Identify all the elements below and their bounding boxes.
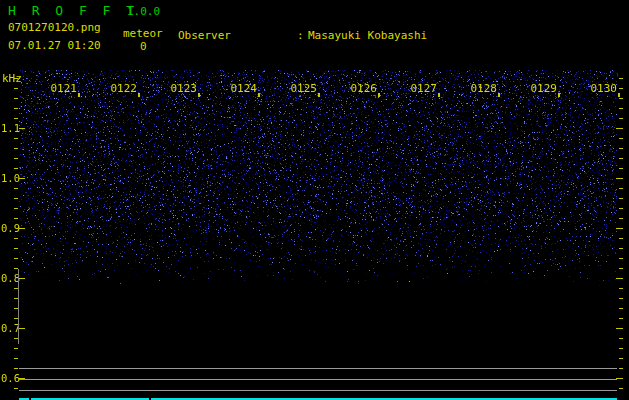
y-major-tick-left xyxy=(19,178,25,179)
x-tick-label: 0123 xyxy=(169,82,197,95)
y-minor-tick-right xyxy=(619,208,623,209)
x-minute-tick xyxy=(318,93,320,97)
y-minor-tick-left xyxy=(14,148,18,149)
y-tick-label: 0.9 xyxy=(1,222,20,234)
y-minor-tick-right xyxy=(619,288,623,289)
y-minor-tick-right xyxy=(619,218,623,219)
x-minute-tick xyxy=(618,93,620,97)
y-minor-tick-left xyxy=(14,88,18,89)
spectrogram-noise-canvas xyxy=(19,70,617,400)
y-tick-label: 1.1 xyxy=(1,122,20,134)
y-minor-tick-right xyxy=(619,358,623,359)
y-major-tick-right xyxy=(616,328,623,329)
x-minute-tick xyxy=(438,93,440,97)
y-major-tick-right xyxy=(616,178,623,179)
y-major-tick-left xyxy=(19,228,25,229)
y-major-tick-right xyxy=(616,228,623,229)
x-minute-tick xyxy=(498,93,500,97)
y-minor-tick-right xyxy=(619,258,623,259)
x-minute-tick xyxy=(78,93,80,97)
x-tick-label: 0126 xyxy=(349,82,377,95)
x-tick-label: 0122 xyxy=(109,82,137,95)
y-major-tick-left xyxy=(19,328,25,329)
y-minor-tick-left xyxy=(14,368,18,369)
y-minor-tick-right xyxy=(619,98,623,99)
y-minor-tick-right xyxy=(619,268,623,269)
x-minute-tick xyxy=(558,93,560,97)
x-minute-tick xyxy=(378,93,380,97)
y-minor-tick-right xyxy=(619,248,623,249)
x-tick-label: 0125 xyxy=(289,82,317,95)
y-major-tick-left xyxy=(19,278,25,279)
x-tick-label: 0129 xyxy=(529,82,557,95)
level-panel-gridline xyxy=(19,390,617,391)
y-major-tick-right xyxy=(616,378,623,379)
y-major-tick-right xyxy=(616,128,623,129)
y-minor-tick-left xyxy=(14,138,18,139)
y-minor-tick-right xyxy=(619,318,623,319)
y-minor-tick-right xyxy=(619,298,623,299)
x-tick-label: 0130 xyxy=(589,82,617,95)
x-minute-tick xyxy=(198,93,200,97)
y-minor-tick-left xyxy=(14,388,18,389)
x-tick-label: 0124 xyxy=(229,82,257,95)
y-minor-tick-right xyxy=(619,338,623,339)
x-tick-label: 0128 xyxy=(469,82,497,95)
x-minute-tick xyxy=(138,93,140,97)
y-minor-tick-right xyxy=(619,138,623,139)
hrofft-output-window: H R O F F T 1.0.0 0701270120.png meteor … xyxy=(0,0,629,400)
x-minute-tick xyxy=(258,93,260,97)
y-minor-tick-left xyxy=(14,208,18,209)
meteor-echo-count: 0 xyxy=(140,40,147,53)
y-minor-tick-right xyxy=(619,388,623,389)
x-tick-label: 0127 xyxy=(409,82,437,95)
y-axis-unit-label: kHz xyxy=(2,72,22,85)
y-minor-tick-left xyxy=(14,218,18,219)
info-value: Masayuki Kobayashi xyxy=(308,29,427,42)
y-minor-tick-right xyxy=(619,348,623,349)
y-minor-tick-left xyxy=(14,188,18,189)
y-minor-tick-left xyxy=(14,108,18,109)
y-minor-tick-right xyxy=(619,168,623,169)
frame-timestamp: 07.01.27 01:20 xyxy=(8,39,101,52)
y-minor-tick-left xyxy=(14,248,18,249)
y-minor-tick-left xyxy=(14,238,18,239)
y-minor-tick-left xyxy=(14,168,18,169)
level-panel-gridline xyxy=(19,368,617,369)
observation-mode: meteor xyxy=(123,27,163,40)
y-minor-tick-left xyxy=(14,258,18,259)
y-minor-tick-right xyxy=(619,238,623,239)
info-row-observer: Observer:Masayuki Kobayashi xyxy=(178,29,619,42)
y-tick-label: 0.6 xyxy=(1,372,20,384)
app-version: 1.0.0 xyxy=(127,5,160,18)
level-panel-gridline xyxy=(19,379,617,380)
y-minor-tick-right xyxy=(619,148,623,149)
info-label: Observer xyxy=(178,29,297,42)
y-major-tick-right xyxy=(616,278,623,279)
y-minor-tick-left xyxy=(14,118,18,119)
y-minor-tick-left xyxy=(14,78,18,79)
y-minor-tick-right xyxy=(619,188,623,189)
y-minor-tick-right xyxy=(619,158,623,159)
y-minor-tick-right xyxy=(619,78,623,79)
y-minor-tick-left xyxy=(14,198,18,199)
y-minor-tick-left xyxy=(14,348,18,349)
y-minor-tick-right xyxy=(619,88,623,89)
y-minor-tick-right xyxy=(619,118,623,119)
info-separator: : xyxy=(297,29,308,42)
y-minor-tick-right xyxy=(619,108,623,109)
y-minor-tick-right xyxy=(619,368,623,369)
y-minor-tick-left xyxy=(14,158,18,159)
x-tick-label: 0121 xyxy=(49,82,77,95)
output-filename: 0701270120.png xyxy=(8,21,101,34)
plot-left-border xyxy=(18,269,19,344)
y-minor-tick-left xyxy=(14,358,18,359)
y-major-tick-left xyxy=(19,128,25,129)
y-minor-tick-left xyxy=(14,98,18,99)
y-tick-label: 1.0 xyxy=(1,172,20,184)
app-title: H R O F F T xyxy=(8,3,138,18)
y-minor-tick-right xyxy=(619,198,623,199)
y-minor-tick-right xyxy=(619,308,623,309)
